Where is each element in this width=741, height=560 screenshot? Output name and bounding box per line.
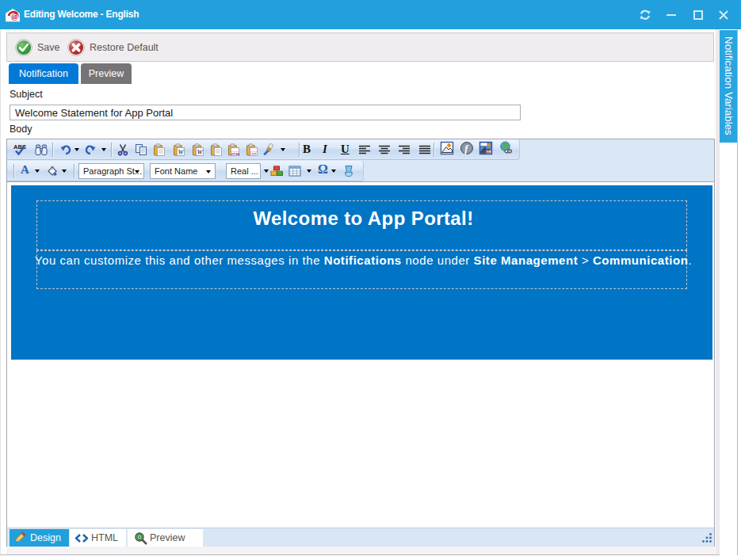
svg-text:@: @ (11, 11, 19, 21)
svg-text:W: W (178, 149, 185, 156)
svg-text:W: W (197, 149, 204, 156)
svg-text:<>: <> (252, 151, 257, 156)
svg-text:HTML: HTML (231, 152, 240, 156)
